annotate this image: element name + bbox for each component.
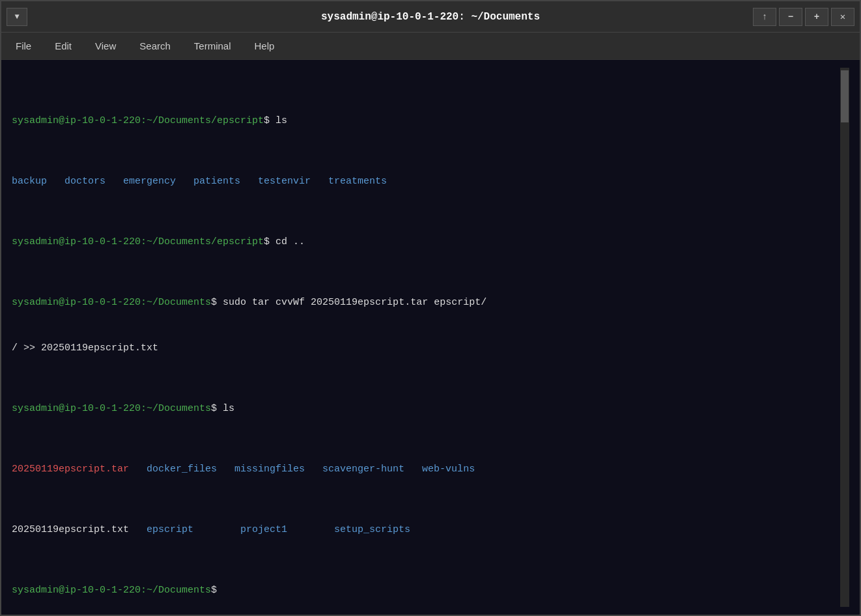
window-title: sysadmin@ip-10-0-1-220: ~/Documents: [321, 11, 540, 23]
menu-view[interactable]: View: [91, 38, 120, 54]
menu-file[interactable]: File: [12, 38, 35, 54]
scrollbar[interactable]: [840, 68, 849, 607]
terminal-line-4: sysadmin@ip-10-0-1-220:~/Documents$ sudo…: [12, 295, 840, 310]
terminal-window: ▼ sysadmin@ip-10-0-1-220: ~/Documents ↑ …: [0, 0, 861, 616]
menubar: File Edit View Search Terminal Help: [1, 33, 860, 60]
terminal-line-2: backup doctors emergency patients testen…: [12, 174, 840, 189]
scroll-up-button[interactable]: ↑: [753, 8, 776, 26]
window-controls: ↑ − + ✕: [753, 8, 854, 26]
terminal-output: sysadmin@ip-10-0-1-220:~/Documents/epscr…: [12, 68, 840, 607]
menu-search[interactable]: Search: [135, 38, 175, 54]
terminal-line-4b: / >> 20250119epscript.txt: [12, 341, 840, 356]
terminal-line-3: sysadmin@ip-10-0-1-220:~/Documents/epscr…: [12, 234, 840, 249]
scrollbar-thumb[interactable]: [841, 70, 849, 122]
titlebar-left: ▼: [7, 8, 27, 26]
titlebar: ▼ sysadmin@ip-10-0-1-220: ~/Documents ↑ …: [1, 1, 860, 33]
menu-terminal[interactable]: Terminal: [190, 38, 235, 54]
terminal-area[interactable]: sysadmin@ip-10-0-1-220:~/Documents/epscr…: [1, 60, 860, 615]
menu-edit[interactable]: Edit: [51, 38, 76, 54]
close-button[interactable]: ✕: [831, 8, 854, 26]
minimize-button[interactable]: −: [779, 8, 802, 26]
terminal-line-8: sysadmin@ip-10-0-1-220:~/Documents$: [12, 583, 840, 598]
dropdown-button[interactable]: ▼: [7, 8, 27, 26]
dropdown-icon: ▼: [14, 12, 19, 21]
menu-help[interactable]: Help: [251, 38, 279, 54]
terminal-line-7: 20250119epscript.txt epscript project1 s…: [12, 522, 840, 537]
terminal-line-6: 20250119epscript.tar docker_files missin…: [12, 462, 840, 477]
terminal-line-5: sysadmin@ip-10-0-1-220:~/Documents$ ls: [12, 401, 840, 416]
terminal-line-1: sysadmin@ip-10-0-1-220:~/Documents/epscr…: [12, 113, 840, 128]
maximize-button[interactable]: +: [805, 8, 828, 26]
